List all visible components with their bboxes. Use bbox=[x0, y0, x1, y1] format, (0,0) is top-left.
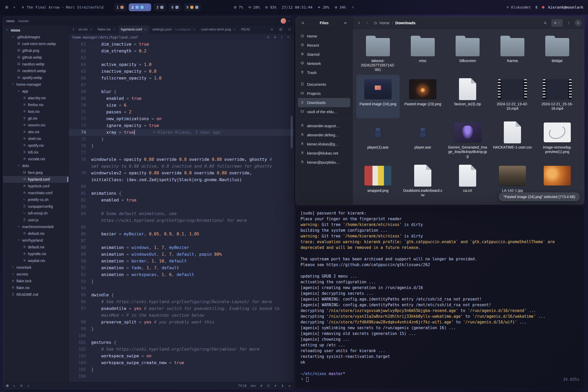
tab-configuration.nix[interactable]: configuration.nix bbox=[78, 25, 95, 33]
tab-readme.md[interactable]: README.md bbox=[238, 25, 250, 33]
close-icon[interactable] bbox=[233, 28, 236, 31]
tree-file-user.js[interactable]: user.js bbox=[3, 217, 69, 223]
tree-dir-moonlark[interactable]: moonlark bbox=[3, 264, 69, 271]
sidebar-item-downloads[interactable]: Downloads bbox=[298, 98, 350, 107]
file-pasted-image-23-.png[interactable]: Pasted image (23).png bbox=[401, 75, 444, 118]
tree-dir-app[interactable]: app bbox=[3, 88, 69, 95]
sidebar-item-projects[interactable]: Projects bbox=[298, 89, 350, 98]
workspace-9[interactable]: 9 bbox=[184, 3, 201, 11]
project-panel-icon[interactable] bbox=[6, 384, 9, 387]
file-blobjar[interactable]: blobjar bbox=[536, 32, 579, 75]
tree-file-prettify-ss.sh[interactable]: prettify-ss.sh bbox=[3, 196, 69, 203]
tree-file-hyprland.conf[interactable]: hyprland.conf bbox=[3, 176, 69, 183]
collab-panel-icon[interactable] bbox=[20, 384, 23, 387]
terminal-icon[interactable] bbox=[267, 384, 270, 387]
close-icon[interactable] bbox=[90, 28, 92, 31]
assistant-icon[interactable] bbox=[260, 384, 263, 387]
sidebar-item-kieran@purplebu-[interactable]: kieran@purplebu… bbox=[298, 158, 350, 167]
tree-file-default.nix[interactable]: default.nix bbox=[3, 244, 69, 250]
breadcrumb-current[interactable]: Downloads bbox=[395, 21, 415, 25]
file-2024-12-21-15-16-16.mp4[interactable]: 2024-12-21_15-16-16.mp4 bbox=[536, 75, 579, 118]
tree-dir-home-manager[interactable]: home-manager bbox=[3, 81, 69, 88]
sidebar-item-kieran@klukas.net[interactable]: kieran@klukas.net bbox=[298, 149, 350, 158]
expand-icon[interactable] bbox=[285, 25, 294, 33]
volume-widget[interactable]: 20% bbox=[318, 5, 329, 9]
code-editor[interactable]: 61 dim_inactive = true62 dim_strength = … bbox=[69, 41, 294, 382]
ibeam-icon[interactable] bbox=[280, 36, 283, 39]
cursor-position[interactable]: 74:18 bbox=[238, 384, 247, 388]
search-icon[interactable] bbox=[541, 19, 549, 27]
file-hackatime-1-user.csv[interactable]: HACKATIME-1-user.csv bbox=[491, 118, 534, 161]
file-misc[interactable]: misc bbox=[401, 32, 444, 75]
forward-icon[interactable] bbox=[363, 19, 371, 27]
file-player-1-.ase[interactable]: player(1).ase bbox=[356, 118, 400, 161]
tree-dir-nixos[interactable]: nixos bbox=[3, 27, 69, 34]
tree-file-default.nix[interactable]: default.nix bbox=[3, 230, 69, 237]
back-icon[interactable] bbox=[355, 19, 363, 27]
clock-widget[interactable]: 27/12 00:51:44 bbox=[282, 5, 313, 9]
view-toggle[interactable] bbox=[551, 19, 563, 27]
file-doubloonleaderboard.csv[interactable]: DoubloonLeaderboard.csv bbox=[401, 161, 444, 204]
split-pane-icon[interactable] bbox=[276, 25, 285, 33]
mic-icon[interactable] bbox=[351, 6, 354, 9]
file-breadcrumb[interactable]: home-manager/dots/hyprland.conf bbox=[72, 35, 138, 39]
tree-file-sunpaperconfig[interactable]: sunpaperconfig bbox=[3, 203, 69, 210]
tree-file-cool-retro-term.webp[interactable]: cool-retro-term.webp bbox=[3, 40, 69, 47]
tree-file-shell.nix[interactable]: shell.nix bbox=[3, 135, 69, 142]
tree-file-spotify.nix[interactable]: spotify.nix bbox=[3, 142, 69, 149]
sidebar-item-network[interactable]: Network bbox=[298, 59, 350, 68]
sidebar-item-alexander.defarg-[interactable]: alexander.defarg… bbox=[298, 130, 350, 139]
tree-file-macchiato.conf[interactable]: macchiato.conf bbox=[3, 189, 69, 196]
editor-settings-icon[interactable] bbox=[287, 36, 290, 39]
sidebar-item-home[interactable]: Home bbox=[298, 32, 350, 41]
close-icon[interactable] bbox=[113, 28, 115, 31]
sidebar-item-vault-of-the-eldu-[interactable]: vault of the eldu… bbox=[298, 107, 350, 116]
workspace-2[interactable]: 2 bbox=[129, 3, 151, 11]
tree-dir-wm-hyprland[interactable]: wm/hyprland bbox=[3, 237, 69, 244]
close-icon[interactable] bbox=[144, 28, 147, 31]
sidebar-item-kieran.klukas@g-[interactable]: kieran.klukas@g… bbox=[298, 139, 350, 149]
hamburger-menu-icon[interactable] bbox=[341, 19, 349, 27]
tree-file-neofetch.webp[interactable]: neofetch.webp bbox=[3, 68, 69, 74]
file-karma[interactable]: Karma bbox=[491, 32, 534, 75]
tree-file-tofi-emoji.sh[interactable]: tofi-emoji.sh bbox=[3, 210, 69, 217]
tree-file-flake.lock[interactable]: flake.lock bbox=[3, 278, 69, 284]
tree-file-git.nix[interactable]: git.nix bbox=[3, 115, 69, 122]
sidebar-item-recent[interactable]: Recent bbox=[298, 41, 350, 50]
mic-icon[interactable] bbox=[281, 384, 284, 387]
file-2024-12-22-13-42-15.mp4[interactable]: 2024-12-22_13-42-15.mp4 bbox=[491, 75, 534, 118]
notifications-icon[interactable] bbox=[288, 384, 291, 387]
tab-settings.json[interactable]: settings.json~/.config/zed bbox=[150, 25, 199, 33]
file-image-removebg-preview-1-.png[interactable]: image-removebg-preview(1).png bbox=[536, 118, 579, 161]
workspace-1[interactable]: 1 bbox=[114, 3, 126, 11]
tree-file-tofi.nix[interactable]: tofi.nix bbox=[3, 149, 69, 156]
scrollbar[interactable] bbox=[291, 41, 293, 382]
nixos-logo-icon[interactable] bbox=[5, 5, 9, 9]
sidebar-item-starred[interactable]: Starred bbox=[298, 50, 350, 59]
file-pasted-image-24-.png[interactable]: Pasted image (24).png bbox=[356, 75, 400, 118]
workspace-8[interactable]: 8 bbox=[169, 3, 181, 11]
file-takeout-20241207t155714z-001[interactable]: takeout-20241207T155714Z-001 bbox=[356, 32, 400, 75]
tree-dir-dots[interactable]: dots bbox=[3, 162, 69, 169]
nav-back-icon[interactable] bbox=[69, 25, 78, 33]
tree-file-vscode.nix[interactable]: vscode.nix bbox=[3, 156, 69, 162]
tree-file-hypridle.nix[interactable]: hypridle.nix bbox=[3, 250, 69, 257]
workspace-3[interactable]: 3 bbox=[154, 3, 166, 11]
sidebar-item-documents[interactable]: Documents bbox=[298, 80, 350, 89]
search-icon[interactable] bbox=[267, 36, 270, 39]
search-icon[interactable] bbox=[299, 19, 307, 27]
tree-file-github.png[interactable]: github.png bbox=[3, 47, 69, 54]
file-ca.crt[interactable]: ca.crt bbox=[446, 161, 489, 204]
tree-file-github.webp[interactable]: github.webp bbox=[3, 54, 69, 61]
media-widget[interactable]: The Final Arrow - Marc Streitenfeld bbox=[21, 5, 103, 9]
tab-cool-retro-term.png[interactable]: cool-retro-term.png bbox=[198, 25, 238, 33]
tab-hyprland.conf[interactable]: hyprland.conf bbox=[118, 25, 150, 33]
kebab-menu-icon[interactable] bbox=[565, 19, 573, 27]
tree-file-hyprlock.conf[interactable]: hyprlock.conf bbox=[3, 183, 69, 189]
tree-file-flake.nix[interactable]: flake.nix bbox=[3, 284, 69, 291]
tree-dir-.github-images[interactable]: .github/images bbox=[3, 34, 69, 40]
tree-dir-machines-moonlark[interactable]: machines/moonlark bbox=[3, 223, 69, 230]
language-selector[interactable]: env bbox=[250, 384, 256, 388]
tree-file-nautilus.webp[interactable]: nautilus.webp bbox=[3, 61, 69, 68]
terminal-window[interactable]: [sudo] password for kierank: Place your … bbox=[296, 206, 584, 389]
